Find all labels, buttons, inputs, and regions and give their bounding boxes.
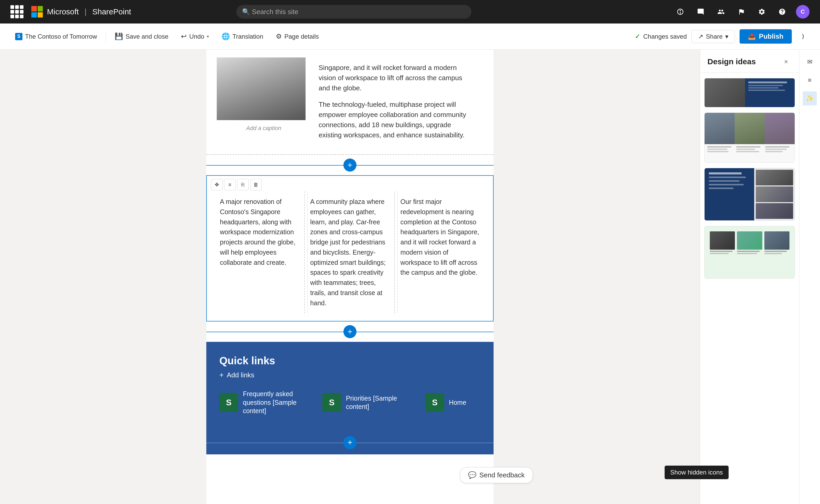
translation-icon: 🌐 <box>221 32 230 40</box>
wand-rail-button[interactable]: ✨ <box>803 91 817 106</box>
link-text-3: Home <box>449 398 466 407</box>
flag-icon[interactable] <box>735 5 748 18</box>
brand-name: Microsoft <box>47 7 79 16</box>
link-icon-3: S <box>425 393 444 412</box>
changes-saved: ✓ Changes saved <box>635 32 687 40</box>
links-grid: S Frequently asked questions [Sample con… <box>219 390 481 415</box>
design-idea-2[interactable] <box>704 113 795 163</box>
add-links-button[interactable]: + Add links <box>219 371 254 379</box>
add-section-middle[interactable]: + <box>206 321 494 342</box>
top-navigation: Microsoft | SharePoint 🔍 C <box>0 0 820 24</box>
text-line <box>736 151 759 152</box>
page-details-label: Page details <box>284 33 319 40</box>
idea-3-images <box>754 168 795 220</box>
link-icon-2: S <box>322 393 341 412</box>
collapse-button[interactable]: ⟩ <box>796 30 810 43</box>
list-item[interactable]: S Priorities [Sample content] <box>322 390 417 415</box>
settings-icon[interactable] <box>755 5 768 18</box>
idea-img-row <box>756 186 793 202</box>
text-line <box>707 151 729 152</box>
list-item[interactable]: S Frequently asked questions [Sample con… <box>219 390 314 415</box>
chat-icon[interactable] <box>694 5 707 18</box>
link-text-1: Frequently asked questions [Sample conte… <box>243 390 300 415</box>
check-icon: ✓ <box>635 32 641 40</box>
waffle-menu[interactable] <box>10 5 24 18</box>
share-label: Share <box>706 33 723 40</box>
design-panel-title: Design ideas <box>707 57 756 66</box>
text-line <box>748 81 787 83</box>
design-idea-3[interactable] <box>704 168 795 221</box>
page-details-button[interactable]: ⚙ Page details <box>271 30 324 43</box>
delete-section-button[interactable]: 🗑 <box>250 179 262 190</box>
text-line <box>765 146 789 148</box>
spiral-image <box>217 57 306 120</box>
page-tab[interactable]: S The Contoso of Tomorrow <box>10 30 102 43</box>
column-3[interactable]: Our first major redevelopment is nearing… <box>395 191 485 313</box>
text-line <box>737 253 757 254</box>
col2-text: A community plaza where employees can ga… <box>310 197 389 308</box>
idea-3-text <box>705 168 754 220</box>
publish-button[interactable]: 📤 Publish <box>740 29 792 44</box>
nav-icons-group: C <box>674 5 810 19</box>
quick-links-title: Quick links <box>219 355 481 367</box>
copy-section-button[interactable]: ⎘ <box>237 179 249 190</box>
text-line <box>709 177 746 178</box>
column-1[interactable]: A major renovation of Contoso's Singapor… <box>215 191 305 313</box>
add-circle-bot[interactable]: + <box>343 436 356 449</box>
text-line <box>736 149 755 150</box>
add-section-bottom[interactable]: + <box>206 431 494 454</box>
user-avatar[interactable]: C <box>796 5 810 19</box>
feedback-icon: 💬 <box>468 471 476 479</box>
text-line <box>709 184 744 185</box>
save-close-button[interactable]: 💾 Save and close <box>109 30 174 43</box>
idea-3-preview <box>705 168 795 220</box>
people-icon[interactable] <box>714 5 728 18</box>
idea-1-text <box>745 78 795 107</box>
move-section-button[interactable]: ✥ <box>211 179 222 190</box>
help-icon[interactable] <box>776 5 789 18</box>
design-idea-4[interactable] <box>704 226 795 279</box>
text-line <box>707 146 731 148</box>
accessibility-icon[interactable] <box>674 5 687 18</box>
show-hidden-icons-tooltip: Show hidden icons <box>665 466 729 479</box>
column-2[interactable]: A community plaza where employees can ga… <box>305 191 395 313</box>
col-sub-3 <box>764 146 793 160</box>
idea-2-preview <box>705 113 795 144</box>
design-idea-1[interactable] <box>704 78 795 107</box>
text-line <box>709 172 742 174</box>
article-text: Singapore, and it will rocket forward a … <box>311 57 483 152</box>
add-circle-mid[interactable]: + <box>343 325 356 338</box>
share-button[interactable]: ↗ Share ▾ <box>692 30 735 43</box>
three-column-section: ✥ ≡ ⎘ 🗑 A major renovation of Contoso's … <box>206 175 494 321</box>
save-close-label: Save and close <box>126 33 168 40</box>
edit-section-button[interactable]: ≡ <box>224 179 236 190</box>
mail-rail-button[interactable]: ✉ <box>803 55 817 69</box>
idea-4-col-1 <box>710 231 735 273</box>
text-line <box>748 90 785 91</box>
col3-text: Our first major redevelopment is nearing… <box>400 197 480 278</box>
col-sub-2 <box>735 146 764 160</box>
layers-rail-button[interactable]: ≡ <box>803 73 817 87</box>
undo-label: Undo <box>189 33 204 40</box>
text-line <box>737 251 760 252</box>
add-circle-top[interactable]: + <box>343 159 356 172</box>
send-feedback-button[interactable]: 💬 Send feedback <box>460 467 533 483</box>
add-links-label: Add links <box>227 371 254 379</box>
microsoft-logo: Microsoft | SharePoint <box>31 6 131 17</box>
search-input[interactable] <box>236 5 471 19</box>
text-line <box>764 251 787 252</box>
undo-button[interactable]: ↩ Undo ▾ <box>176 30 214 43</box>
text-line <box>748 85 783 86</box>
idea-col-img-2 <box>735 113 765 144</box>
list-item[interactable]: S Home <box>425 390 481 415</box>
design-panel-close-button[interactable]: × <box>780 56 792 67</box>
translation-button[interactable]: 🌐 Translation <box>216 30 268 43</box>
quick-links-section: Quick links + Add links S Frequently ask… <box>206 342 494 431</box>
image-caption[interactable]: Add a caption <box>217 123 311 134</box>
content-area[interactable]: Add a caption Singapore, and it will roc… <box>0 50 700 504</box>
show-hidden-icons-label: Show hidden icons <box>670 469 723 476</box>
idea-4-grid <box>710 231 789 273</box>
idea-img-row <box>756 203 793 219</box>
add-section-top[interactable]: + <box>206 155 494 175</box>
text-line <box>710 253 729 254</box>
